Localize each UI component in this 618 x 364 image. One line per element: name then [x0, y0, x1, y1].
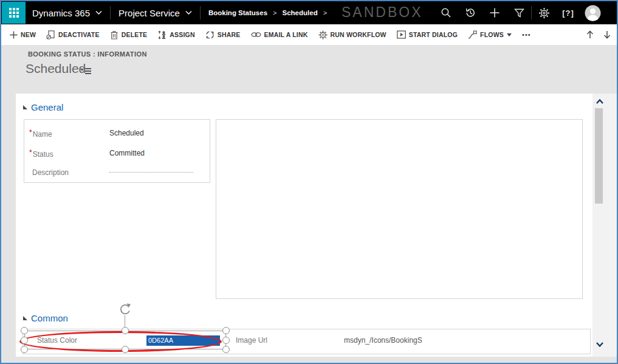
topbar-icon-group: [?] — [434, 1, 605, 24]
run-workflow-button[interactable]: RUN WORKFLOW — [318, 30, 386, 39]
general-fields-box: *Name Scheduled *Status Committed Descri… — [24, 119, 210, 183]
app-chevron-down-icon[interactable] — [95, 10, 102, 15]
plus-icon — [10, 31, 18, 39]
record-header-band: BOOKING STATUS : INFORMATION Scheduled — [1, 45, 617, 94]
more-commands-button[interactable]: ••• — [522, 31, 531, 38]
section-collapse-icon — [23, 105, 27, 109]
scrollbar-thumb[interactable] — [595, 108, 603, 204]
section-header-general[interactable]: General — [23, 102, 63, 112]
breadcrumb-record[interactable]: Scheduled — [283, 9, 318, 16]
help-icon[interactable]: [?] — [556, 1, 580, 24]
next-record-down-arrow-icon[interactable] — [603, 30, 611, 39]
annotation-red-ellipse — [19, 331, 222, 352]
field-value-name[interactable]: Scheduled — [109, 129, 144, 137]
share-icon — [205, 30, 215, 39]
email-link-button[interactable]: EMAIL A LINK — [251, 31, 308, 38]
top-nav-bar: Dynamics 365 Project Service Booking Sta… — [1, 1, 617, 24]
record-navigation — [586, 24, 611, 45]
create-record-plus-icon[interactable] — [482, 1, 507, 24]
scroll-up-chevron-icon[interactable] — [596, 98, 604, 105]
section-header-common[interactable]: Common — [23, 313, 68, 323]
selection-handle-bottom-center[interactable] — [122, 346, 129, 353]
form-selector-icon[interactable] — [80, 68, 91, 74]
start-dialog-button[interactable]: START DIALOG — [397, 30, 458, 39]
form-panel: General *Name Scheduled *Status Committe… — [16, 94, 592, 357]
field-label-description: Description — [32, 168, 69, 177]
deactivate-button[interactable]: DEACTIVATE — [46, 30, 100, 39]
selection-handle-bottom-right[interactable] — [222, 346, 230, 353]
selection-handle-top-left[interactable] — [21, 327, 28, 334]
required-marker: * — [29, 128, 32, 137]
field-value-image-url[interactable]: msdyn_/Icons/BookingS — [344, 336, 422, 345]
deactivate-icon — [46, 30, 55, 39]
breadcrumb: Booking Statuses > Scheduled > — [208, 9, 327, 16]
delete-button[interactable]: DELETE — [110, 30, 148, 39]
topbar-divider — [200, 6, 201, 19]
waffle-icon — [9, 8, 19, 18]
section-collapse-icon — [23, 316, 27, 320]
previous-record-up-arrow-icon[interactable] — [586, 30, 594, 39]
assign-button[interactable]: ASSIGN — [157, 30, 194, 39]
selection-handle-bottom-left[interactable] — [21, 346, 28, 353]
assign-icon — [157, 30, 167, 39]
selection-handle-top-right[interactable] — [222, 327, 230, 334]
record-title: Scheduled — [26, 61, 86, 76]
search-icon[interactable] — [434, 1, 458, 24]
start-dialog-icon — [397, 30, 406, 39]
module-chevron-down-icon[interactable] — [185, 10, 192, 15]
field-label-name: *Name — [29, 128, 52, 139]
trash-icon — [110, 30, 118, 39]
workflow-gear-icon — [318, 30, 328, 39]
recently-viewed-icon[interactable] — [458, 1, 482, 24]
bottom-strip — [1, 357, 617, 364]
field-value-status[interactable]: Committed — [109, 149, 145, 157]
new-button[interactable]: NEW — [10, 31, 36, 39]
general-empty-box — [216, 119, 583, 299]
scroll-down-chevron-icon[interactable] — [596, 342, 604, 348]
app-window: Dynamics 365 Project Service Booking Sta… — [0, 0, 618, 364]
field-label-status: *Status — [29, 148, 53, 159]
entity-type-label: BOOKING STATUS : INFORMATION — [28, 50, 147, 58]
flows-button[interactable]: FLOWS — [468, 30, 512, 39]
module-title[interactable]: Project Service — [118, 8, 180, 18]
field-value-description-empty[interactable] — [109, 166, 193, 173]
required-marker: * — [29, 148, 32, 157]
settings-gear-icon[interactable] — [532, 1, 556, 24]
breadcrumb-separator: > — [273, 9, 276, 16]
breadcrumb-entity[interactable]: Booking Statuses — [208, 9, 267, 16]
app-launcher-button[interactable] — [2, 2, 26, 24]
breadcrumb-separator: > — [323, 9, 327, 16]
selection-handle-mid-left[interactable] — [21, 337, 28, 344]
filter-icon[interactable] — [507, 1, 531, 24]
field-label-image-url: Image Url — [236, 336, 267, 345]
selection-handle-mid-right[interactable] — [222, 337, 230, 344]
topbar-divider — [110, 6, 111, 19]
app-title[interactable]: Dynamics 365 — [32, 8, 90, 18]
section-title: General — [31, 102, 63, 112]
flows-icon — [468, 30, 477, 39]
rotate-handle-icon[interactable] — [118, 302, 132, 316]
selection-handle-top-center[interactable] — [122, 327, 129, 334]
share-button[interactable]: SHARE — [205, 30, 241, 39]
flows-dropdown-chevron-icon — [507, 33, 512, 36]
user-avatar[interactable] — [580, 1, 605, 24]
environment-watermark: SANDBOX — [342, 4, 422, 21]
command-bar: NEW DEACTIVATE DELETE ASSIGN — [1, 24, 617, 45]
link-icon — [251, 31, 261, 38]
vertical-scrollbar[interactable] — [592, 94, 617, 357]
section-title: Common — [31, 313, 68, 323]
